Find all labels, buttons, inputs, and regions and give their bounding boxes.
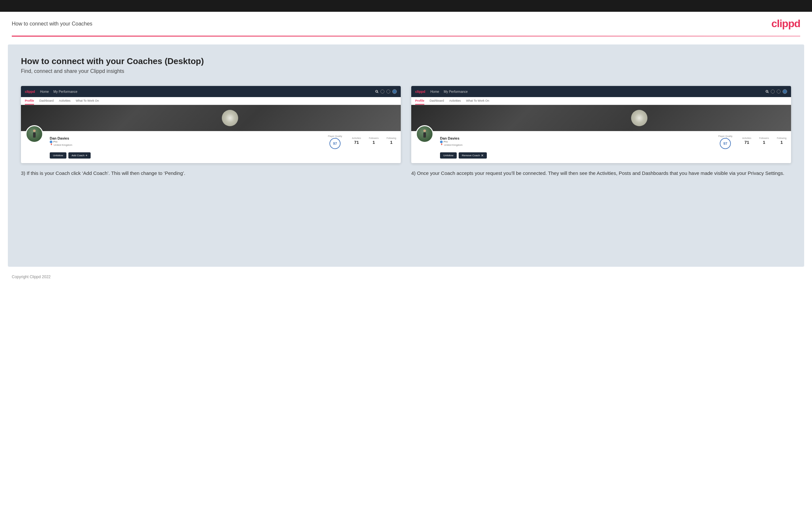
mock-profile-info-1: Dan Davies Pro 📍 United Kingdom bbox=[50, 135, 318, 147]
mock-buttons-1: Unfollow Add Coach + bbox=[50, 152, 396, 159]
svg-line-1 bbox=[377, 92, 378, 93]
tab-activities-2[interactable]: Activities bbox=[449, 99, 461, 105]
stat-following-1: Following 1 bbox=[386, 137, 396, 145]
profile-role-1: Pro bbox=[50, 140, 318, 143]
mock-hero-2 bbox=[411, 105, 791, 131]
caption-2: 4) Once your Coach accepts your request … bbox=[411, 170, 791, 177]
tab-profile-1[interactable]: Profile bbox=[25, 99, 34, 105]
mock-stats-1: Activities 71 Followers 1 Following 1 bbox=[352, 137, 396, 145]
avatar-1 bbox=[26, 125, 43, 143]
mock-stats-2: Activities 71 Followers 1 Following 1 bbox=[742, 137, 786, 145]
tab-whattoworkon-1[interactable]: What To Work On bbox=[76, 99, 99, 105]
avatar-2 bbox=[416, 125, 434, 143]
remove-coach-label: Remove Coach bbox=[462, 154, 480, 157]
mock-nav-performance-2[interactable]: My Performance bbox=[444, 90, 467, 94]
clippd-logo: clippd bbox=[771, 18, 800, 30]
svg-point-0 bbox=[375, 90, 377, 92]
location-label-1: United Kingdom bbox=[54, 144, 72, 147]
avatar-body-1 bbox=[33, 132, 36, 137]
screenshots-row: clippd Home My Performance Profile bbox=[21, 86, 791, 177]
globe-icon-2 bbox=[782, 89, 787, 94]
stat-activities-2: Activities 71 bbox=[742, 137, 752, 145]
screenshot-col-2: clippd Home My Performance Profile bbox=[411, 86, 791, 177]
mock-nav-performance-1[interactable]: My Performance bbox=[53, 90, 77, 94]
stat-followers-val-1: 1 bbox=[373, 140, 375, 145]
mock-browser-2: clippd Home My Performance Profile bbox=[411, 86, 791, 163]
plus-icon: + bbox=[85, 154, 87, 157]
add-coach-button[interactable]: Add Coach + bbox=[68, 152, 91, 159]
avatar-body-2 bbox=[423, 132, 426, 137]
add-coach-label: Add Coach bbox=[72, 154, 85, 157]
profile-name-1: Dan Davies bbox=[50, 136, 318, 140]
main-content: How to connect with your Coaches (Deskto… bbox=[8, 45, 804, 267]
location-label-2: United Kingdom bbox=[444, 144, 463, 147]
mock-quality-1: Player Quality 97 bbox=[328, 135, 342, 149]
search-icon-2[interactable] bbox=[766, 90, 769, 93]
mock-quality-2: Player Quality 97 bbox=[718, 135, 732, 149]
page-title: How to connect with your Coaches bbox=[12, 21, 92, 27]
stat-following-label-2: Following bbox=[777, 137, 786, 139]
tab-dashboard-2[interactable]: Dashboard bbox=[429, 99, 444, 105]
profile-location-1: 📍 United Kingdom bbox=[50, 144, 318, 147]
top-bar bbox=[0, 0, 812, 12]
mock-avatar-wrap-2 bbox=[416, 125, 434, 143]
role-label-1: Pro bbox=[53, 140, 57, 143]
mock-nav-2: clippd Home My Performance bbox=[411, 86, 791, 97]
unfollow-button-1[interactable]: Unfollow bbox=[50, 152, 66, 159]
quality-label-1: Player Quality bbox=[328, 135, 342, 137]
mock-profile-1: Dan Davies Pro 📍 United Kingdom bbox=[21, 131, 401, 163]
mock-nav-1: clippd Home My Performance bbox=[21, 86, 401, 97]
mock-nav-icons-2 bbox=[766, 89, 787, 94]
quality-value-2: 97 bbox=[723, 142, 727, 146]
stat-activities-val-2: 71 bbox=[744, 140, 749, 145]
quality-value-1: 97 bbox=[333, 142, 337, 146]
tab-whattoworkon-2[interactable]: What To Work On bbox=[466, 99, 490, 105]
mock-avatar-wrap-1 bbox=[26, 125, 43, 143]
location-pin-2: 📍 bbox=[440, 144, 443, 147]
header-divider bbox=[12, 36, 800, 37]
user-icon-2 bbox=[771, 90, 775, 94]
profile-location-2: 📍 United Kingdom bbox=[440, 144, 708, 147]
mock-logo-1: clippd bbox=[25, 90, 35, 94]
settings-icon-2 bbox=[777, 90, 780, 94]
stat-activities-label-2: Activities bbox=[742, 137, 752, 139]
main-title: How to connect with your Coaches (Deskto… bbox=[21, 56, 791, 66]
stat-activities-label-1: Activities bbox=[352, 137, 361, 139]
avatar-figure-1 bbox=[31, 129, 38, 139]
mock-profile-2: Dan Davies Pro 📍 United Kingdom bbox=[411, 131, 791, 163]
avatar-figure-2 bbox=[421, 129, 428, 139]
close-icon: ✕ bbox=[481, 154, 484, 157]
role-dot-1 bbox=[50, 140, 52, 143]
globe-icon-1 bbox=[392, 89, 397, 94]
tab-dashboard-1[interactable]: Dashboard bbox=[39, 99, 54, 105]
mock-nav-home-2[interactable]: Home bbox=[430, 90, 439, 94]
quality-label-2: Player Quality bbox=[718, 135, 732, 137]
tab-activities-1[interactable]: Activities bbox=[59, 99, 71, 105]
tab-profile-2[interactable]: Profile bbox=[415, 99, 424, 105]
mock-nav-home-1[interactable]: Home bbox=[40, 90, 49, 94]
stat-followers-label-2: Followers bbox=[759, 137, 769, 139]
stat-following-2: Following 1 bbox=[777, 137, 786, 145]
stat-followers-2: Followers 1 bbox=[759, 137, 769, 145]
svg-line-3 bbox=[767, 92, 768, 93]
stat-following-label-1: Following bbox=[386, 137, 396, 139]
stat-followers-label-1: Followers bbox=[369, 137, 378, 139]
profile-role-2: Pro bbox=[440, 140, 708, 143]
mock-tabs-2: Profile Dashboard Activities What To Wor… bbox=[411, 97, 791, 105]
stat-following-val-1: 1 bbox=[390, 140, 393, 145]
search-icon-1[interactable] bbox=[375, 90, 378, 93]
remove-coach-button[interactable]: Remove Coach ✕ bbox=[459, 152, 487, 159]
mock-hero-1 bbox=[21, 105, 401, 131]
mock-browser-1: clippd Home My Performance Profile bbox=[21, 86, 401, 163]
svg-point-2 bbox=[766, 90, 768, 92]
location-pin-1: 📍 bbox=[50, 144, 53, 147]
stat-followers-val-2: 1 bbox=[763, 140, 765, 145]
settings-icon-1 bbox=[386, 90, 390, 94]
copyright-text: Copyright Clippd 2022 bbox=[12, 275, 51, 279]
footer: Copyright Clippd 2022 bbox=[0, 269, 812, 284]
mock-nav-links-1: Home My Performance bbox=[40, 90, 370, 94]
unfollow-button-2[interactable]: Unfollow bbox=[440, 152, 457, 159]
mock-nav-links-2: Home My Performance bbox=[430, 90, 760, 94]
quality-circle-1: 97 bbox=[329, 138, 341, 149]
stat-following-val-2: 1 bbox=[780, 140, 783, 145]
